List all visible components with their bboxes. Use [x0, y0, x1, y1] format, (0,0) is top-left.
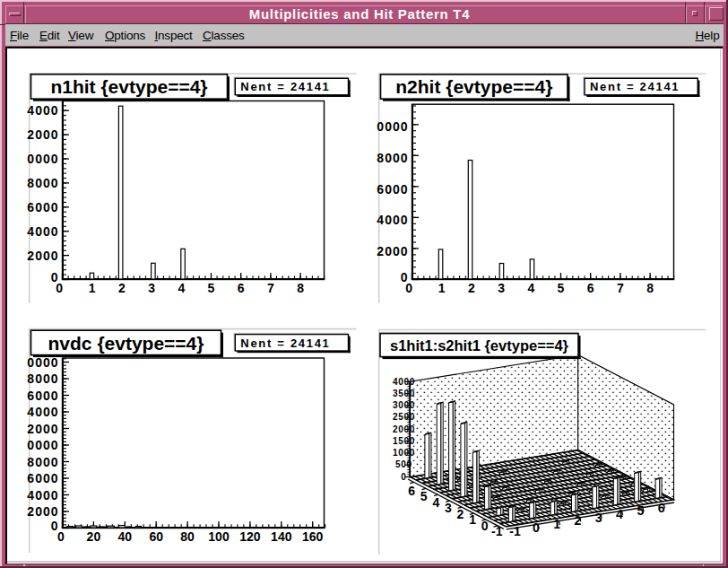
svg-text:3: 3 [445, 501, 452, 515]
svg-text:6000: 6000 [27, 389, 58, 403]
svg-text:1: 1 [553, 517, 560, 531]
svg-text:0: 0 [51, 519, 59, 533]
svg-text:3000: 3000 [393, 400, 415, 410]
svg-text:6: 6 [238, 281, 245, 295]
svg-text:6000: 6000 [27, 200, 58, 214]
svg-text:n1hit {evtype==4}: n1hit {evtype==4} [50, 76, 207, 97]
svg-text:2: 2 [457, 507, 464, 521]
svg-text:1: 1 [89, 281, 96, 295]
svg-text:80: 80 [180, 529, 195, 544]
svg-text:1500: 1500 [393, 436, 415, 446]
svg-text:4: 4 [178, 281, 185, 295]
svg-text:7: 7 [617, 281, 624, 295]
svg-text:4000: 4000 [27, 488, 58, 502]
svg-text:6: 6 [587, 281, 594, 295]
svg-text:0: 0 [533, 520, 540, 535]
svg-text:5: 5 [420, 489, 428, 503]
svg-text:8: 8 [646, 281, 654, 295]
svg-text:4: 4 [527, 281, 534, 295]
svg-text:6000: 6000 [377, 182, 408, 197]
svg-text:5: 5 [558, 281, 565, 295]
svg-text:4000: 4000 [27, 405, 58, 419]
svg-text:4: 4 [432, 495, 439, 510]
svg-text:8000: 8000 [377, 151, 408, 165]
svg-text:-1: -1 [509, 524, 521, 538]
svg-text:3: 3 [148, 281, 155, 295]
svg-text:120: 120 [239, 529, 261, 544]
svg-text:5: 5 [208, 281, 215, 295]
svg-text:0000: 0000 [377, 119, 408, 134]
svg-text:60: 60 [149, 529, 163, 544]
svg-text:2000: 2000 [377, 244, 408, 258]
svg-text:0000: 0000 [27, 152, 58, 166]
svg-text:2500: 2500 [393, 412, 415, 422]
svg-text:3: 3 [595, 511, 602, 525]
svg-text:5: 5 [637, 503, 644, 518]
svg-text:2000: 2000 [27, 504, 58, 519]
svg-text:1: 1 [469, 512, 476, 527]
svg-text:Nent = 24141: Nent = 24141 [240, 80, 330, 93]
svg-text:140: 140 [271, 529, 292, 544]
svg-text:2: 2 [575, 513, 582, 528]
svg-text:6: 6 [408, 484, 415, 498]
svg-text:2: 2 [468, 281, 475, 295]
svg-text:1000: 1000 [393, 448, 415, 458]
svg-text:2000: 2000 [27, 127, 58, 142]
svg-text:4: 4 [616, 507, 623, 521]
svg-text:20: 20 [87, 529, 101, 544]
svg-text:8: 8 [297, 281, 304, 295]
svg-text:2: 2 [118, 281, 126, 295]
svg-text:6: 6 [658, 501, 665, 515]
svg-text:4000: 4000 [27, 103, 58, 118]
svg-text:40: 40 [118, 529, 133, 544]
svg-text:160: 160 [302, 529, 324, 544]
svg-text:Nent = 24141: Nent = 24141 [590, 80, 680, 93]
svg-text:8000: 8000 [27, 455, 58, 469]
svg-text:500: 500 [395, 459, 412, 469]
svg-text:2000: 2000 [27, 422, 58, 436]
svg-text:0: 0 [481, 519, 489, 533]
svg-text:2000: 2000 [393, 424, 415, 434]
svg-text:2000: 2000 [27, 249, 58, 263]
svg-text:n2hit {evtype==4}: n2hit {evtype==4} [395, 76, 552, 97]
svg-text:8000: 8000 [27, 176, 58, 190]
svg-text:6000: 6000 [27, 471, 58, 485]
svg-text:100: 100 [208, 529, 230, 544]
svg-text:-1: -1 [491, 524, 503, 538]
svg-text:7: 7 [267, 281, 274, 295]
svg-text:4000: 4000 [27, 224, 58, 239]
svg-text:0: 0 [51, 270, 59, 284]
svg-text:0: 0 [401, 270, 409, 284]
svg-text:nvdc {evtype==4}: nvdc {evtype==4} [48, 333, 204, 354]
svg-text:3500: 3500 [393, 389, 415, 398]
svg-text:1: 1 [438, 281, 446, 295]
svg-text:4000: 4000 [377, 213, 408, 227]
svg-text:4000: 4000 [393, 377, 415, 387]
svg-text:0: 0 [401, 472, 406, 482]
svg-text:8000: 8000 [27, 371, 58, 386]
svg-text:3: 3 [498, 281, 505, 295]
svg-text:s1hit1:s2hit1 {evtype==4}: s1hit1:s2hit1 {evtype==4} [390, 337, 569, 354]
svg-text:0000: 0000 [27, 438, 58, 452]
svg-text:Nent = 24141: Nent = 24141 [240, 336, 330, 350]
